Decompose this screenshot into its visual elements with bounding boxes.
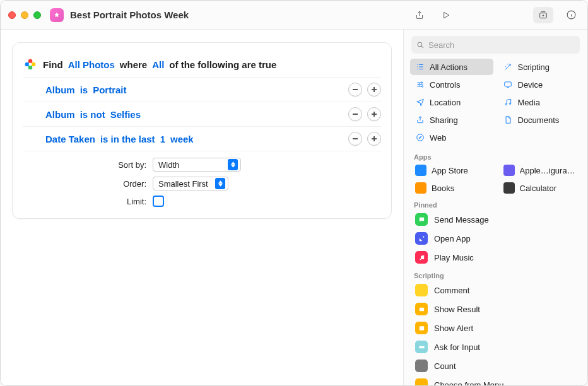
order-row: Order: Smallest First [45, 174, 381, 193]
filter-unit-token[interactable]: week [170, 132, 194, 146]
search-icon [416, 41, 425, 49]
svg-point-9 [418, 84, 420, 85]
apps-grid: App StoreApple…iguratorBooksCalculator [404, 162, 587, 196]
app-icon [503, 182, 515, 194]
filter-field-token[interactable]: Date Taken [45, 132, 95, 146]
app-item[interactable]: Books [410, 180, 493, 196]
run-button[interactable] [437, 8, 455, 23]
source-token[interactable]: All Photos [68, 58, 115, 71]
action-icon [415, 341, 428, 353]
filter-op-token[interactable]: is in the last [100, 132, 155, 146]
action-item[interactable]: Comment [410, 281, 581, 300]
category-label: Sharing [430, 115, 458, 125]
body: Find All Photos where All of the followi… [1, 30, 587, 385]
wand-icon [503, 62, 513, 72]
app-item[interactable]: App Store [410, 162, 493, 178]
category-location[interactable]: Location [410, 94, 493, 110]
filter-field-token[interactable]: Album [45, 108, 75, 121]
match-mode-token[interactable]: All [152, 58, 164, 71]
category-device[interactable]: Device [498, 76, 582, 93]
action-label: Show Alert [434, 324, 473, 333]
app-item[interactable]: Calculator [498, 180, 582, 196]
category-label: Media [518, 98, 540, 107]
action-label: Show Result [434, 305, 480, 314]
find-photos-action: Find All Photos where All of the followi… [12, 42, 392, 219]
action-item[interactable]: Choose from Menu [410, 375, 581, 385]
action-item[interactable]: Show Result [410, 300, 581, 319]
limit-row: Limit: [45, 193, 381, 209]
add-filter-button[interactable] [367, 132, 381, 146]
action-icon [415, 360, 428, 372]
action-item[interactable]: Show Alert [410, 319, 581, 337]
find-row: Find All Photos where All of the followi… [23, 52, 381, 77]
category-scripting[interactable]: Scripting [498, 59, 582, 75]
minimize-window-button[interactable] [21, 11, 28, 19]
safari-icon [415, 133, 425, 143]
action-label: Choose from Menu [434, 380, 504, 386]
action-item[interactable]: Send Message [410, 210, 581, 229]
category-grid: All ActionsScriptingControlsDeviceLocati… [404, 59, 587, 148]
maximize-window-button[interactable] [33, 11, 41, 19]
svg-point-2 [28, 59, 33, 64]
sort-by-select[interactable]: Width [153, 158, 241, 172]
filter-op-token[interactable]: is not [80, 108, 105, 121]
filter-amount-token[interactable]: 1 [160, 132, 165, 146]
category-sharing[interactable]: Sharing [410, 112, 493, 128]
sort-by-value: Width [158, 160, 179, 170]
app-label: App Store [432, 166, 468, 175]
app-icon [503, 165, 515, 176]
photos-app-icon [23, 57, 38, 72]
add-filter-button[interactable] [367, 107, 381, 121]
library-toggle-button[interactable] [533, 7, 553, 23]
order-value: Smallest First [158, 179, 208, 189]
search-field[interactable] [411, 36, 580, 54]
add-filter-button[interactable] [367, 83, 381, 96]
category-controls[interactable]: Controls [410, 76, 493, 93]
close-window-button[interactable] [8, 11, 16, 19]
svg-point-5 [25, 62, 30, 67]
search-input[interactable] [428, 40, 575, 50]
svg-rect-11 [505, 82, 512, 86]
order-select[interactable]: Smallest First [153, 177, 228, 190]
remove-filter-button[interactable] [348, 107, 362, 121]
category-media[interactable]: Media [498, 94, 582, 110]
filter-op-token[interactable]: is [80, 83, 88, 96]
window: Best Portrait Photos Week [0, 0, 588, 386]
action-item[interactable]: Count [410, 356, 581, 375]
info-button[interactable] [562, 8, 580, 23]
remove-filter-button[interactable] [348, 83, 362, 96]
category-label: All Actions [430, 62, 467, 72]
action-item[interactable]: Ask for Input [410, 337, 581, 356]
svg-rect-18 [419, 326, 423, 330]
sliders-icon [415, 80, 425, 90]
action-item[interactable]: Play Music [410, 248, 581, 267]
library-sidebar: All ActionsScriptingControlsDeviceLocati… [403, 30, 587, 385]
action-icon [415, 251, 428, 264]
svg-point-4 [28, 66, 33, 70]
svg-point-14 [416, 134, 423, 141]
order-label: Order: [45, 179, 146, 189]
app-item[interactable]: Apple…igurator [498, 162, 582, 178]
filter-value-token[interactable]: Portrait [93, 83, 126, 96]
remove-filter-button[interactable] [348, 132, 362, 146]
action-label: Ask for Input [434, 342, 480, 352]
category-web[interactable]: Web [410, 129, 493, 146]
action-icon [415, 284, 428, 296]
editor-canvas[interactable]: Find All Photos where All of the followi… [1, 30, 403, 385]
category-label: Controls [430, 80, 460, 90]
app-icon [415, 165, 426, 176]
location-icon [415, 98, 425, 107]
action-label: Send Message [434, 215, 489, 225]
category-all-actions[interactable]: All Actions [410, 59, 493, 75]
sort-by-label: Sort by: [45, 160, 146, 170]
apps-section-title: Apps [404, 148, 587, 162]
category-documents[interactable]: Documents [498, 112, 582, 128]
filter-value-token[interactable]: Selfies [110, 108, 141, 121]
action-item[interactable]: Open App [410, 229, 581, 248]
category-label: Location [430, 98, 461, 107]
action-icon [415, 378, 428, 385]
app-icon [415, 182, 426, 194]
filter-field-token[interactable]: Album [45, 83, 75, 96]
limit-checkbox[interactable] [153, 196, 164, 207]
share-button[interactable] [411, 8, 428, 23]
